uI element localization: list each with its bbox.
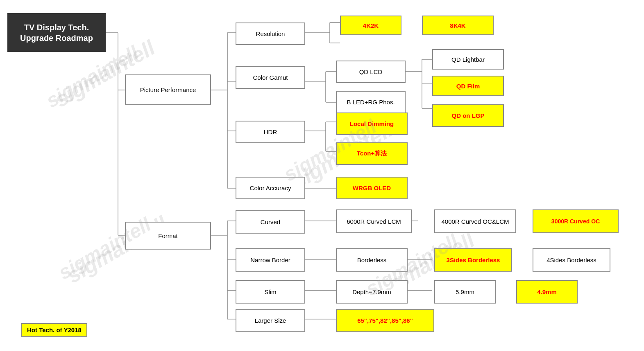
b-led-label: B LED+RG Phos. [347, 99, 395, 106]
resolution-label: Resolution [256, 30, 285, 37]
four-sides-label: 4Sides Borderless [546, 256, 596, 263]
four-sides-node: 4Sides Borderless [533, 248, 610, 272]
depth-49-label: 4.9mm [537, 288, 557, 295]
tcon-node: Tcon+算法 [336, 142, 408, 165]
hdr-label: HDR [264, 128, 277, 135]
res-8k4k-label: 8K4K [450, 22, 465, 29]
qd-lcd-label: QD LCD [359, 68, 383, 75]
curved-4000-node: 4000R Curved OC&LCM [434, 209, 516, 233]
curved-3000-label: 3000R Curved OC [551, 218, 600, 225]
res-4k2k-node: 4K2K [340, 16, 401, 35]
sizes-label: 65",75",82",85",86" [357, 317, 413, 324]
title-text: TV Display Tech. Upgrade Roadmap [20, 22, 93, 43]
color-accuracy-label: Color Accuracy [250, 184, 291, 191]
diagram: sigmaintell sigmaintell sigmaintell sigm… [0, 0, 644, 351]
color-accuracy-node: Color Accuracy [236, 177, 305, 199]
res-8k4k-node: 8K4K [422, 16, 494, 35]
wrgb-oled-label: WRGB OLED [353, 184, 391, 191]
three-sides-label: 3Sides Borderless [447, 256, 500, 263]
sizes-node: 65",75",82",85",86" [336, 309, 434, 332]
depth-79-label: Depth=7.9mm [352, 288, 391, 295]
qd-lcd-node: QD LCD [336, 61, 406, 83]
picture-performance-label: Picture Performance [140, 86, 196, 93]
depth-59-node: 5.9mm [434, 280, 496, 304]
wrgb-oled-node: WRGB OLED [336, 177, 408, 199]
qd-lightbar-label: QD Lightbar [451, 56, 485, 63]
slim-label: Slim [264, 288, 276, 295]
tcon-label: Tcon+算法 [357, 150, 387, 158]
depth-59-label: 5.9mm [456, 288, 474, 295]
resolution-node: Resolution [236, 22, 305, 45]
qd-on-lgp-node: QD on LGP [432, 104, 504, 127]
larger-size-node: Larger Size [236, 309, 305, 332]
three-sides-node: 3Sides Borderless [434, 248, 512, 272]
borderless-label: Borderless [357, 256, 387, 263]
hdr-node: HDR [236, 121, 305, 143]
title-node: TV Display Tech. Upgrade Roadmap [7, 13, 106, 52]
curved-6000-label: 6000R Curved LCM [347, 218, 401, 225]
curved-node: Curved [236, 210, 305, 234]
qd-film-node: QD Film [432, 76, 504, 96]
borderless-node: Borderless [336, 248, 408, 272]
local-dimming-node: Local Dimming [336, 112, 408, 135]
color-gamut-label: Color Gamut [253, 74, 288, 81]
hot-tech-label: Hot Tech. of Y2018 [27, 326, 82, 333]
format-label: Format [158, 232, 178, 239]
qd-on-lgp-label: QD on LGP [452, 112, 485, 119]
curved-6000-node: 6000R Curved LCM [336, 209, 412, 233]
curved-label: Curved [261, 218, 280, 225]
narrow-border-node: Narrow Border [236, 248, 305, 272]
hot-tech-badge: Hot Tech. of Y2018 [21, 323, 87, 337]
b-led-node: B LED+RG Phos. [336, 91, 406, 113]
narrow-border-label: Narrow Border [250, 256, 290, 263]
slim-node: Slim [236, 280, 305, 304]
depth-79-node: Depth=7.9mm [336, 280, 408, 304]
depth-49-node: 4.9mm [516, 280, 578, 304]
color-gamut-node: Color Gamut [236, 66, 305, 89]
res-4k2k-label: 4K2K [363, 22, 379, 29]
qd-film-label: QD Film [456, 83, 480, 90]
qd-lightbar-node: QD Lightbar [432, 49, 504, 70]
larger-size-label: Larger Size [255, 317, 286, 324]
curved-4000-label: 4000R Curved OC&LCM [441, 218, 509, 225]
curved-3000-node: 3000R Curved OC [533, 209, 619, 233]
picture-performance-node: Picture Performance [125, 74, 211, 105]
local-dimming-label: Local Dimming [350, 120, 394, 127]
format-node: Format [125, 222, 211, 250]
